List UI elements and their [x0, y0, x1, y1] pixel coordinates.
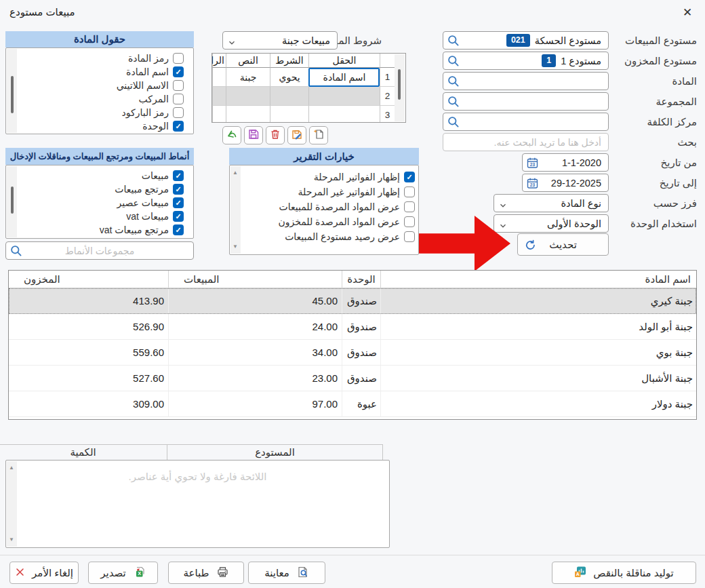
condition-operator-cell[interactable]: يحوي — [270, 68, 308, 87]
checkbox-checked-icon[interactable]: ✓ — [173, 184, 184, 195]
condition-field-cell[interactable]: اسم المادة — [308, 68, 380, 87]
sort-by-select[interactable]: نوع المادة — [494, 194, 609, 212]
column-header-field[interactable]: الحقل — [308, 54, 380, 68]
scrollbar-track[interactable] — [7, 166, 17, 237]
refresh-button[interactable]: تحديث — [517, 233, 609, 256]
checkbox-checked-icon[interactable]: ✓ — [404, 172, 415, 182]
table-row[interactable]: جبنة دولار عبوة 97.00 309.00 — [9, 391, 696, 417]
scrollbar-track[interactable] — [7, 49, 17, 133]
checkbox-unchecked-icon[interactable] — [173, 107, 184, 118]
checkbox-checked-icon[interactable]: ✓ — [173, 224, 184, 235]
table-row[interactable]: جبنة أبو الولد صندوق 24.00 526.90 — [9, 314, 696, 340]
close-icon[interactable]: ✕ — [679, 4, 696, 20]
table-row[interactable]: جبنة بوي صندوق 34.00 559.60 — [9, 340, 696, 366]
patterns-listbox[interactable]: ✓ مبيعات ✓ مرتجع مبيعات ✓ مبيعات عصير ✓ … — [5, 165, 194, 239]
table-row-selected[interactable]: جبنة كيري صندوق 45.00 413.90 — [9, 288, 696, 314]
checkbox-unchecked-icon[interactable] — [173, 80, 184, 91]
checkbox-item-sales-balance-materials[interactable]: عرض المواد المرصدة للمبيعات — [242, 199, 418, 214]
checkbox-item-stock-balance-materials[interactable]: عرض المواد المرصدة للمخزون — [242, 214, 418, 229]
checkbox-item-sales-warehouse-balance[interactable]: عرض رصيد مستودع المبيعات — [242, 229, 418, 244]
search-icon[interactable] — [9, 244, 23, 260]
transfer-empty-list[interactable]: ▲ ▼ اللائحة فارغة ولا تحوي أية عناصر. — [5, 460, 390, 548]
table-row[interactable]: جبنة الأشبال صندوق 23.00 527.60 — [9, 366, 696, 391]
search-icon[interactable] — [447, 95, 460, 111]
checkbox-item-vat-sales[interactable]: ✓ مبيعات vat — [18, 210, 193, 223]
scrollbar-track[interactable] — [395, 54, 405, 121]
checkbox-item-material-name[interactable]: ✓ اسم المادة — [18, 65, 193, 79]
scroll-up-icon[interactable]: ▲ — [233, 170, 238, 176]
condition-field-cell[interactable] — [308, 106, 380, 123]
material-fields-listbox[interactable]: رمز المادة ✓ اسم المادة الاسم اللاتيني ا… — [5, 47, 194, 134]
checkbox-unchecked-icon[interactable] — [404, 201, 415, 212]
date-from-field[interactable]: 1-1-2020 23 — [522, 153, 609, 172]
calendar-icon[interactable]: 23 — [526, 157, 539, 172]
cancel-button[interactable]: إلغاء الأمر — [9, 562, 79, 584]
column-header-sales[interactable]: المبيعات — [168, 271, 342, 288]
scrollbar-thumb[interactable] — [11, 76, 14, 113]
scrollbar-thumb[interactable] — [398, 69, 401, 100]
stock-warehouse-field[interactable]: مستودع 1 1 — [443, 52, 609, 70]
sales-warehouse-field[interactable]: مستودع الحسكة 021 — [443, 31, 609, 50]
pattern-groups-input[interactable]: مجموعات الأنماط — [5, 241, 194, 260]
checkbox-item-latin-name[interactable]: الاسم اللاتيني — [18, 79, 193, 92]
column-header-quantity[interactable]: الكمية — [0, 445, 167, 460]
edit-save-button[interactable] — [287, 126, 306, 144]
report-options-listbox[interactable]: ▲ ▼ ✓ إظهار الفواتير المرحلة إظهار الفوا… — [229, 165, 419, 255]
preview-button[interactable]: معاينة — [248, 562, 325, 584]
checkbox-item-unit[interactable]: ✓ الوحدة — [18, 119, 193, 133]
condition-text-cell[interactable]: جبنة — [226, 68, 270, 87]
checkbox-unchecked-icon[interactable] — [173, 53, 184, 64]
condition-text-cell[interactable] — [226, 106, 270, 123]
checkbox-checked-icon[interactable]: ✓ — [173, 197, 184, 208]
checkbox-item-sales-returns[interactable]: ✓ مرتجع مبيعات — [18, 182, 193, 196]
save-button[interactable] — [244, 126, 263, 144]
checkbox-item-barcode[interactable]: رمز الباركود — [18, 106, 193, 119]
group-field[interactable] — [443, 92, 609, 111]
cost-center-field[interactable] — [443, 113, 609, 131]
column-header-stock[interactable]: المخزون — [9, 271, 168, 288]
checkbox-unchecked-icon[interactable] — [404, 216, 415, 227]
condition-link-cell[interactable] — [212, 106, 226, 123]
checkbox-checked-icon[interactable]: ✓ — [173, 211, 184, 222]
scroll-down-icon[interactable]: ▼ — [9, 536, 14, 543]
checkbox-item-material-code[interactable]: رمز المادة — [18, 52, 193, 65]
checkbox-item-sales[interactable]: ✓ مبيعات — [18, 169, 193, 182]
delete-button[interactable] — [266, 126, 285, 144]
condition-operator-cell[interactable] — [270, 87, 308, 106]
checkbox-unchecked-icon[interactable] — [173, 94, 184, 104]
scrollbar-thumb[interactable] — [11, 187, 14, 214]
print-button[interactable]: طباعة — [168, 562, 244, 584]
checkbox-item-compound[interactable]: المركب — [18, 92, 193, 106]
checkbox-checked-icon[interactable]: ✓ — [173, 121, 184, 132]
search-icon[interactable] — [447, 75, 460, 91]
scroll-down-icon[interactable]: ▼ — [233, 243, 238, 250]
conditions-grid[interactable]: الحقل الشرط النص الرابط 1 اسم المادة يحو… — [212, 53, 406, 123]
checkbox-item-posted-invoices[interactable]: ✓ إظهار الفواتير المرحلة — [242, 170, 418, 184]
conditions-preset-select[interactable]: مبيعات جبنة — [222, 31, 338, 50]
checkbox-item-vat-sales-returns[interactable]: ✓ مرتجع مبيعات vat — [18, 223, 193, 237]
checkbox-unchecked-icon[interactable] — [404, 187, 415, 197]
condition-operator-cell[interactable] — [270, 106, 308, 123]
material-field[interactable] — [443, 72, 609, 90]
column-header-operator[interactable]: الشرط — [270, 54, 308, 68]
search-icon[interactable] — [447, 54, 460, 71]
condition-link-cell[interactable] — [212, 87, 226, 106]
checkbox-item-juice-sales[interactable]: ✓ مبيعات عصير — [18, 196, 193, 210]
column-header-text[interactable]: النص — [226, 54, 270, 68]
results-table[interactable]: اسم المادة الوحدة المبيعات المخزون جبنة … — [8, 270, 697, 420]
date-to-field[interactable]: 29-12-2025 23 — [522, 174, 609, 192]
search-icon[interactable] — [447, 115, 460, 132]
checkbox-checked-icon[interactable]: ✓ — [173, 170, 184, 181]
export-button[interactable]: تصدير X — [88, 562, 158, 584]
condition-text-cell[interactable] — [226, 87, 270, 106]
checkbox-item-unposted-invoices[interactable]: إظهار الفواتير غير المرحلة — [242, 184, 418, 199]
generate-shortage-transfer-button[interactable]: A توليد مناقلة بالنقص — [552, 562, 696, 584]
column-header-warehouse[interactable]: المستودع — [167, 445, 382, 460]
column-header-material-name[interactable]: اسم المادة — [380, 271, 696, 288]
new-record-button[interactable] — [309, 126, 328, 144]
search-input[interactable]: أدخل هنا ما تريد البحث عنه. — [443, 133, 609, 151]
unit-usage-select[interactable]: الوحدة الأولى — [494, 214, 609, 233]
scrollbar-track[interactable]: ▲ ▼ — [230, 166, 241, 254]
undo-button[interactable] — [222, 126, 241, 144]
checkbox-unchecked-icon[interactable] — [404, 231, 415, 242]
